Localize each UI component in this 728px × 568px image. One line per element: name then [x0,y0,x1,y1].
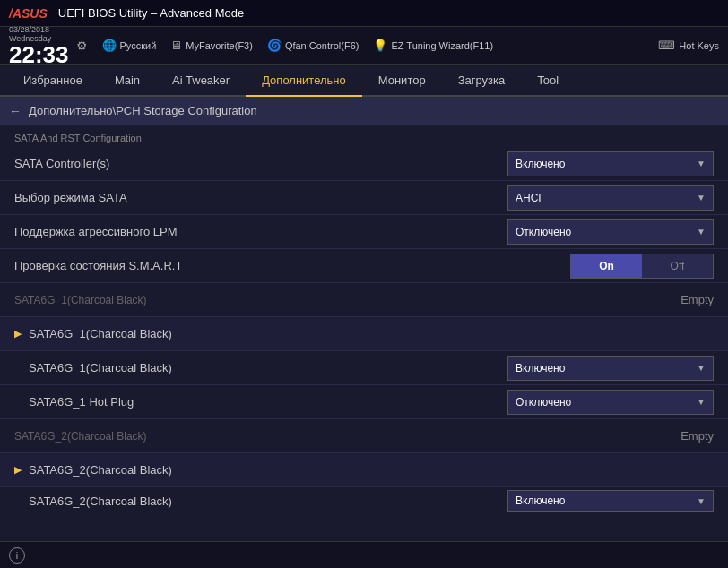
smart-label: Проверка состояния S.M.A.R.T [14,259,570,272]
time-text: 22:33 [9,43,69,66]
keyboard-icon: ⌨ [658,39,675,52]
smart-toggle[interactable]: On Off [570,254,714,279]
tab-tool[interactable]: Tool [521,65,575,97]
section-label: SATA And RST Configuration [0,125,728,147]
toolbar-hotkeys[interactable]: ⌨ Hot Keys [658,39,719,52]
lpm-label: Поддержка агрессивного LPM [14,225,507,238]
sata-controller-value: Включено [516,158,565,170]
row-sata6g1-hotplug[interactable]: SATA6G_1 Hot Plug Отключено ▼ [0,385,728,419]
asus-logo: /ASUS [9,6,48,21]
sata-mode-dropdown[interactable]: AHCI ▼ [507,185,714,211]
row-sata6g2-group[interactable]: ▶ SATA6G_2(Charcoal Black) [0,453,728,487]
sata6g2-empty-value: Empty [680,429,714,443]
chevron-down-icon: ▼ [697,227,706,237]
row-sata6g1-enable[interactable]: SATA6G_1(Charcoal Black) Включено ▼ [0,351,728,385]
tab-ai-tweaker[interactable]: Ai Tweaker [156,65,246,97]
breadcrumb: ← Дополнительно\PCH Storage Configuratio… [0,97,728,125]
content-area: SATA And RST Configuration SATA Controll… [0,125,728,514]
row-sata-controller[interactable]: SATA Controller(s) Включено ▼ [0,147,728,181]
expand-icon: ▶ [14,464,22,476]
sata6g1-status-label: SATA6G_1(Charcoal Black) [14,294,680,306]
sata6g1-empty-value: Empty [680,293,714,306]
row-sata6g1-status: SATA6G_1(Charcoal Black) Empty [0,283,728,317]
chevron-down-icon: ▼ [697,363,706,373]
sata6g2-enable-label: SATA6G_2(Charcoal Black) [29,495,507,508]
toggle-on-button[interactable]: On [571,254,642,278]
row-sata6g1-group[interactable]: ▶ SATA6G_1(Charcoal Black) [0,317,728,351]
sata-mode-value: AHCI [516,192,542,204]
toolbar-hotkeys-label: Hot Keys [679,40,719,51]
sata6g1-hotplug-value: Отключено [516,396,571,409]
toolbar-myfavorite-label: MyFavorite(F3) [186,40,253,51]
toolbar-eztuning[interactable]: 💡 EZ Tuning Wizard(F11) [373,39,493,52]
gear-icon[interactable]: ⚙ [76,39,88,53]
lpm-value: Отключено [516,226,571,238]
toggle-off-button[interactable]: Off [642,254,713,278]
lpm-dropdown[interactable]: Отключено ▼ [507,219,714,245]
row-sata6g2-enable[interactable]: SATA6G_2(Charcoal Black) Включено ▼ [0,487,728,514]
row-lpm[interactable]: Поддержка агрессивного LPM Отключено ▼ [0,215,728,249]
row-smart[interactable]: Проверка состояния S.M.A.R.T On Off [0,249,728,283]
sata6g2-enable-dropdown[interactable]: Включено ▼ [507,490,714,512]
date-text: 03/28/2018Wednesday [9,25,69,43]
sata6g2-enable-value: Включено [516,495,565,507]
globe-icon: 🌐 [102,39,117,52]
sata6g1-group-label: SATA6G_1(Charcoal Black) [29,327,714,340]
back-arrow-icon[interactable]: ← [9,104,22,118]
sata-mode-label: Выбор режима SATA [14,191,507,204]
expand-icon: ▶ [14,328,22,340]
bios-title: UEFI BIOS Utility – Advanced Mode [58,6,244,20]
fan-icon: 🌀 [267,39,282,52]
toolbar-qfan[interactable]: 🌀 Qfan Control(F6) [267,39,360,52]
nav-bar: Избранное Main Ai Tweaker Дополнительно … [0,65,728,97]
bottom-bar: i [0,541,728,568]
tab-zagruzka[interactable]: Загрузка [442,65,522,97]
row-sata6g2-status: SATA6G_2(Charcoal Black) Empty [0,419,728,453]
tab-main[interactable]: Main [99,65,156,97]
sata-controller-dropdown[interactable]: Включено ▼ [507,151,714,176]
date-time-block: 03/28/2018Wednesday 22:33 [9,25,69,66]
toolbar-items: 🌐 Русский 🖥 MyFavorite(F3) 🌀 Qfan Contro… [102,39,720,52]
header-bar: /ASUS UEFI BIOS Utility – Advanced Mode [0,0,728,27]
chevron-down-icon: ▼ [697,397,706,407]
tuning-icon: 💡 [373,39,387,52]
row-sata-mode[interactable]: Выбор режима SATA AHCI ▼ [0,181,728,215]
sata-controller-label: SATA Controller(s) [14,157,507,170]
tab-izbrannoye[interactable]: Избранное [7,65,99,97]
sata6g2-group-label: SATA6G_2(Charcoal Black) [29,463,714,477]
sata6g1-enable-label: SATA6G_1(Charcoal Black) [29,361,507,374]
sata6g1-hotplug-dropdown[interactable]: Отключено ▼ [507,390,714,415]
tab-dopolnitelno[interactable]: Дополнительно [246,65,362,97]
sata6g1-enable-value: Включено [516,362,565,374]
toolbar-language[interactable]: 🌐 Русский [102,39,157,52]
chevron-down-icon: ▼ [697,193,706,202]
toolbar-myfavorite[interactable]: 🖥 MyFavorite(F3) [170,39,253,52]
toolbar-eztuning-label: EZ Tuning Wizard(F11) [391,40,493,51]
toolbar-qfan-label: Qfan Control(F6) [285,40,360,51]
time-bar: 03/28/2018Wednesday 22:33 ⚙ 🌐 Русский 🖥 … [0,27,728,65]
toolbar-language-label: Русский [120,40,157,51]
monitor-icon: 🖥 [170,39,182,52]
sata6g1-hotplug-label: SATA6G_1 Hot Plug [29,395,507,409]
breadcrumb-text: Дополнительно\PCH Storage Configuration [29,104,257,117]
chevron-down-icon: ▼ [697,496,706,506]
sata6g2-status-label: SATA6G_2(Charcoal Black) [14,430,680,443]
tab-monitor[interactable]: Монитор [362,65,442,97]
chevron-down-icon: ▼ [697,159,706,168]
info-icon[interactable]: i [9,547,25,564]
sata6g1-enable-dropdown[interactable]: Включено ▼ [507,356,714,381]
